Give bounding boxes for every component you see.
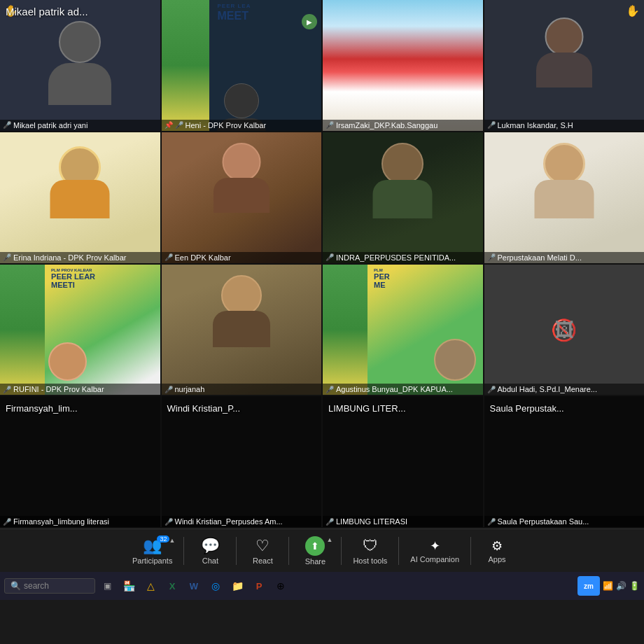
chat-label: Chat: [202, 556, 218, 565]
taskbar-search[interactable]: 🔍 search: [4, 578, 95, 594]
video-tile-8[interactable]: 🎤 Perpustakaan Melati D...: [484, 132, 645, 263]
taskbar-app-excel[interactable]: X: [162, 576, 182, 596]
ai-companion-button[interactable]: ✦ AI Companion: [400, 534, 469, 568]
video-tile-9[interactable]: PLM PROV KALBAR PEER LEAR MEETI 🎤 RUFINI…: [0, 265, 160, 396]
toolbar-separator-3: [288, 537, 289, 565]
participants-label: Participants: [132, 556, 172, 565]
taskbar-app-folder[interactable]: 📁: [227, 576, 247, 596]
taskbar-app-chrome[interactable]: ⊕: [271, 576, 290, 596]
search-icon: 🔍: [10, 581, 21, 591]
react-button[interactable]: ♡ React: [238, 533, 287, 569]
tile-label-2: 📌 🎤 Heni - DPK Prov Kalbar: [162, 120, 322, 131]
taskbar-battery-icon: 🔋: [629, 581, 640, 591]
tile-label-9: 🎤 RUFINI - DPK Prov Kalbar: [0, 384, 160, 395]
tile-name-16: Saula Perpustak...: [490, 403, 564, 414]
tile-name-top-1: Mikael patrik ad...: [6, 6, 88, 18]
video-tile-14[interactable]: Windi Kristian_P... 🎤 Windi Kristian_Per…: [162, 396, 322, 527]
tile-label-1: 🎤 Mikael patrik adri yani: [0, 120, 160, 131]
tile-label-4: 🎤 Lukman Iskandar, S.H: [484, 120, 645, 131]
video-tile-16[interactable]: Saula Perpustak... 🎤 Saula Perpustakaan …: [484, 396, 645, 527]
taskbar-right: zm 📶 🔊 🔋: [578, 576, 640, 596]
tile-label-7: 🎤 INDRA_PERPUSDES PENITIDA...: [323, 252, 483, 263]
video-tile-3[interactable]: 🎤 IrsamZaki_DKP.Kab.Sanggau: [323, 0, 483, 131]
chat-icon: 💬: [201, 537, 220, 555]
host-tools-button[interactable]: 🛡 Host tools: [343, 533, 397, 569]
toolbar-separator-4: [341, 537, 342, 565]
ai-companion-icon: ✦: [430, 538, 440, 554]
taskbar-network-icon: 📶: [603, 581, 613, 591]
apps-icon: ⚙: [491, 538, 503, 554]
tile-label-16: 🎤 Saula Perpustakaan Sau...: [484, 516, 645, 527]
video-grid: ✋ Mikael patrik ad... 🎤 Mikael patrik ad…: [0, 0, 644, 528]
tile-label-14: 🎤 Windi Kristian_Perpusdes Am...: [162, 516, 322, 527]
share-icon: ⬆: [305, 536, 325, 556]
taskbar-app-word[interactable]: W: [184, 576, 204, 596]
taskbar-app-powerpoint[interactable]: P: [249, 576, 269, 596]
tile-name-14: Windi Kristian_P...: [167, 403, 241, 414]
video-tile-2[interactable]: PEER LEA MEET ▶ 📌 🎤 Heni - DPK Prov Kalb…: [162, 0, 322, 131]
host-tools-icon: 🛡: [363, 537, 378, 555]
video-tile-4[interactable]: ✋ 🎤 Lukman Iskandar, S.H: [484, 0, 645, 131]
video-tile-10[interactable]: 🎤 nurjanah: [162, 265, 322, 396]
toolbar-separator-5: [398, 537, 399, 565]
toolbar-separator-6: [470, 537, 471, 565]
windows-taskbar: 🔍 search ▣ 🏪 △ X W ◎ 📁 P ⊕ zm 📶 🔊 🔋: [0, 572, 644, 600]
tile-label-12: 🎤 Abdul Hadi, S.Pd.I_Menare...: [484, 384, 645, 395]
taskbar-app-edge[interactable]: ◎: [206, 576, 225, 596]
tile-label-5: 🎤 Erina Indriana - DPK Prov Kalbar: [0, 252, 160, 263]
participants-button[interactable]: 32 ▲ 👥 Participants: [122, 533, 182, 569]
tile-label-15: 🎤 LIMBUNG LITERASI: [323, 516, 483, 527]
search-placeholder: search: [24, 581, 49, 591]
video-tile-5[interactable]: 🎤 Erina Indriana - DPK Prov Kalbar: [0, 132, 160, 263]
hand-gesture-icon-4: ✋: [626, 4, 640, 18]
taskbar-volume-icon: 🔊: [616, 581, 626, 591]
toolbar-separator-2: [236, 537, 237, 565]
tile-label-11: 🎤 Agustinus Bunyau_DPK KAPUA...: [323, 384, 483, 395]
toolbar-separator-1: [183, 537, 184, 565]
apps-label: Apps: [489, 555, 506, 564]
apps-button[interactable]: ⚙ Apps: [472, 534, 522, 568]
participants-badge: 32: [157, 536, 169, 542]
tile-label-13: 🎤 Firmansyah_limbung literasi: [0, 516, 160, 527]
tile-label-3: 🎤 IrsamZaki_DKP.Kab.Sanggau: [323, 120, 483, 131]
taskbar-app-taskview[interactable]: ▣: [97, 576, 117, 596]
react-icon: ♡: [255, 537, 270, 555]
taskbar-app-drive[interactable]: △: [141, 576, 160, 596]
share-label: Share: [305, 557, 326, 566]
zoom-toolbar: 32 ▲ 👥 Participants 💬 Chat ♡ React ▲ ⬆ S…: [0, 528, 644, 572]
taskbar-app-zoom[interactable]: zm: [578, 576, 600, 596]
video-tile-7[interactable]: 🎤 INDRA_PERPUSDES PENITIDA...: [323, 132, 483, 263]
host-tools-label: Host tools: [353, 556, 387, 565]
video-tile-13[interactable]: Firmansyah_lim... 🎤 Firmansyah_limbung l…: [0, 396, 160, 527]
video-tile-1[interactable]: ✋ Mikael patrik ad... 🎤 Mikael patrik ad…: [0, 0, 160, 131]
ai-companion-label: AI Companion: [410, 555, 459, 564]
taskbar-app-store[interactable]: 🏪: [119, 576, 139, 596]
video-tile-15[interactable]: LIMBUNG LITER... 🎤 LIMBUNG LITERASI: [323, 396, 483, 527]
video-tile-6[interactable]: 🎤 Een DPK Kalbar: [162, 132, 322, 263]
video-tile-12[interactable]: 🚫 🖼 🎤 Abdul Hadi, S.Pd.I_Menare...: [484, 265, 645, 396]
tile-label-10: 🎤 nurjanah: [162, 384, 322, 395]
share-chevron: ▲: [327, 536, 333, 543]
share-button[interactable]: ▲ ⬆ Share: [290, 532, 340, 570]
tile-label-8: 🎤 Perpustakaan Melati D...: [484, 252, 645, 263]
participants-chevron: ▲: [169, 537, 176, 544]
video-tile-11[interactable]: PLM PER ME 🎤 Agustinus Bunyau_DPK KAPUA.…: [323, 265, 483, 396]
chat-button[interactable]: 💬 Chat: [186, 533, 234, 569]
tile-label-6: 🎤 Een DPK Kalbar: [162, 252, 322, 263]
react-label: React: [253, 556, 273, 565]
tile-name-15: LIMBUNG LITER...: [328, 403, 406, 414]
tile-name-13: Firmansyah_lim...: [6, 403, 78, 414]
